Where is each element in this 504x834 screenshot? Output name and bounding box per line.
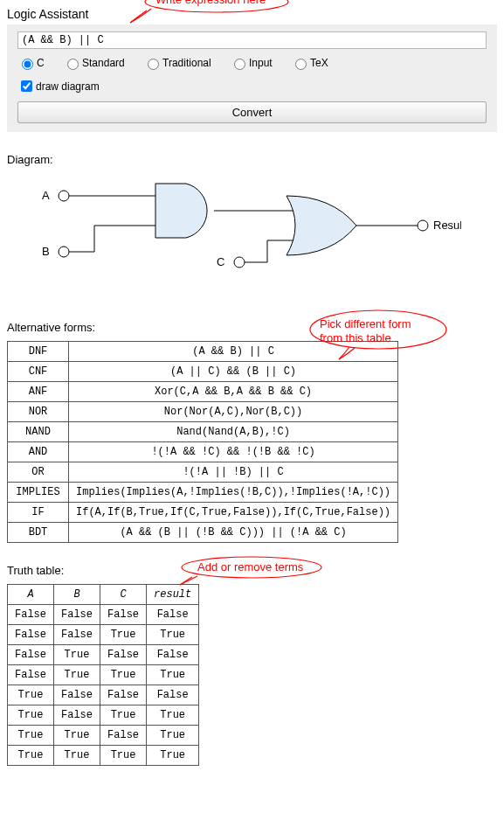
truth-cell: False: [147, 685, 199, 705]
truth-table-heading: Truth table:: [7, 564, 497, 577]
table-row[interactable]: CNF(A || C) && (B || C): [8, 362, 398, 382]
notation-radio-standard[interactable]: [67, 59, 79, 70]
svg-point-2: [59, 247, 69, 257]
alt-form-name: ANF: [8, 382, 69, 402]
truth-cell: True: [54, 726, 100, 746]
alt-form-name: IMPLIES: [8, 483, 69, 503]
notation-label-tex: TeX: [310, 57, 328, 69]
truth-cell: True: [147, 625, 199, 645]
convert-button[interactable]: Convert: [17, 101, 487, 123]
truth-cell: False: [100, 685, 147, 705]
table-row: TrueTrueTrueTrue: [8, 746, 199, 766]
truth-cell: True: [147, 746, 199, 766]
draw-diagram-checkbox[interactable]: [21, 80, 32, 92]
truth-cell: False: [147, 645, 199, 665]
app-title: Logic Assistant: [7, 7, 497, 21]
truth-cell: False: [147, 605, 199, 625]
table-row[interactable]: AND!(!A && !C) && !(!B && !C): [8, 442, 398, 462]
truth-col-header[interactable]: A: [8, 585, 54, 605]
truth-table[interactable]: ABCresult FalseFalseFalseFalseFalseFalse…: [7, 584, 199, 766]
alt-forms-heading: Alternative forms:: [7, 321, 497, 334]
alt-form-expr: Implies(Implies(A,!Implies(!B,C)),!Impli…: [69, 483, 398, 503]
truth-cell: False: [54, 705, 100, 726]
alt-form-expr: (A && B) || C: [69, 342, 398, 362]
truth-cell: True: [8, 746, 54, 766]
truth-cell: True: [100, 625, 147, 645]
table-row[interactable]: IFIf(A,If(B,True,If(C,True,False)),If(C,…: [8, 503, 398, 523]
or-gate-icon: [287, 196, 356, 255]
truth-cell: False: [8, 605, 54, 625]
truth-cell: True: [54, 645, 100, 665]
table-row: TrueFalseTrueTrue: [8, 705, 199, 726]
table-row: FalseTrueTrueTrue: [8, 665, 199, 685]
diagram-output-label: Result: [433, 219, 461, 232]
truth-cell: True: [100, 746, 147, 766]
alt-form-name: OR: [8, 462, 69, 483]
truth-cell: True: [147, 705, 199, 726]
table-row[interactable]: NORNor(Nor(A,C),Nor(B,C)): [8, 402, 398, 422]
table-row[interactable]: BDT(A && (B || (!B && C))) || (!A && C): [8, 523, 398, 543]
notation-option-input[interactable]: Input: [230, 56, 273, 70]
truth-cell: True: [8, 705, 54, 726]
notation-option-tex[interactable]: TeX: [291, 56, 328, 70]
alt-form-expr: !(!A || !B) || C: [69, 462, 398, 483]
draw-diagram-checkbox-label[interactable]: draw diagram: [17, 78, 100, 94]
alt-form-expr: (A || C) && (B || C): [69, 362, 398, 382]
truth-cell: False: [8, 645, 54, 665]
table-row[interactable]: ANFXor(C,A && B,A && B && C): [8, 382, 398, 402]
truth-cell: False: [54, 625, 100, 645]
notation-radio-traditional[interactable]: [148, 59, 159, 70]
truth-cell: False: [100, 605, 147, 625]
notation-option-traditional[interactable]: Traditional: [143, 56, 211, 70]
truth-cell: False: [8, 665, 54, 685]
notation-label-c: C: [37, 57, 45, 69]
alt-forms-table[interactable]: DNF(A && B) || CCNF(A || C) && (B || C)A…: [7, 341, 398, 543]
truth-cell: True: [147, 726, 199, 746]
notation-option-c[interactable]: C: [17, 56, 45, 70]
table-row[interactable]: OR!(!A || !B) || C: [8, 462, 398, 483]
truth-cell: False: [54, 605, 100, 625]
logic-diagram-svg: A B C Result: [42, 175, 461, 297]
alt-form-name: NAND: [8, 422, 69, 442]
notation-label-standard: Standard: [82, 57, 125, 69]
notation-radio-c[interactable]: [22, 59, 33, 70]
diagram-heading: Diagram:: [7, 153, 497, 166]
expression-input[interactable]: [17, 31, 487, 49]
input-panel: Write expression here C Standard Traditi…: [7, 24, 497, 132]
svg-point-8: [234, 257, 245, 268]
alt-form-name: CNF: [8, 362, 69, 382]
table-row: FalseFalseTrueTrue: [8, 625, 199, 645]
table-row[interactable]: IMPLIESImplies(Implies(A,!Implies(!B,C))…: [8, 483, 398, 503]
notation-radio-group: C Standard Traditional Input TeX: [17, 56, 487, 73]
truth-col-header[interactable]: C: [100, 585, 147, 605]
draw-diagram-text: draw diagram: [36, 80, 100, 93]
notation-radio-tex[interactable]: [295, 59, 307, 70]
table-row: FalseFalseFalseFalse: [8, 605, 199, 625]
alt-form-name: IF: [8, 503, 69, 523]
truth-col-header[interactable]: result: [147, 585, 199, 605]
notation-option-standard[interactable]: Standard: [63, 56, 125, 70]
alt-form-expr: Nor(Nor(A,C),Nor(B,C)): [69, 402, 398, 422]
notation-radio-input[interactable]: [234, 59, 245, 70]
annotation-expr-text: Write expression here: [155, 0, 266, 6]
truth-cell: True: [100, 705, 147, 726]
alt-form-name: NOR: [8, 402, 69, 422]
and-gate-icon: [155, 184, 207, 238]
notation-label-input: Input: [249, 57, 273, 69]
truth-cell: True: [147, 665, 199, 685]
truth-cell: False: [100, 645, 147, 665]
truth-cell: False: [54, 685, 100, 705]
table-row[interactable]: NANDNand(Nand(A,B),!C): [8, 422, 398, 442]
diagram-input-a-label: A: [42, 189, 50, 202]
truth-cell: True: [54, 746, 100, 766]
truth-cell: False: [8, 625, 54, 645]
alt-form-expr: Nand(Nand(A,B),!C): [69, 422, 398, 442]
truth-cell: True: [8, 685, 54, 705]
table-row[interactable]: DNF(A && B) || C: [8, 342, 398, 362]
truth-cell: True: [100, 665, 147, 685]
truth-col-header[interactable]: B: [54, 585, 100, 605]
truth-cell: False: [100, 726, 147, 746]
table-row: TrueFalseFalseFalse: [8, 685, 199, 705]
alt-form-name: AND: [8, 442, 69, 462]
alt-form-expr: If(A,If(B,True,If(C,True,False)),If(C,Tr…: [69, 503, 398, 523]
